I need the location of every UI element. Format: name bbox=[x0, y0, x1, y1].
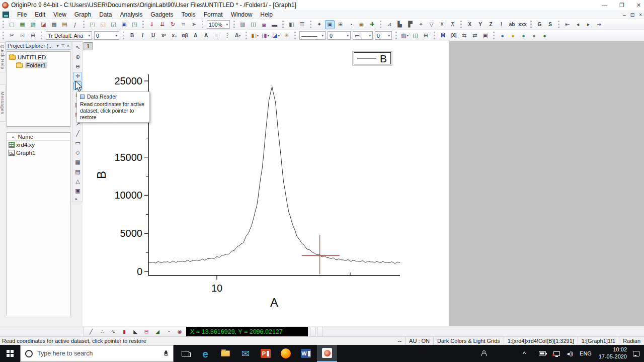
move-last-button[interactable]: ⇥ bbox=[594, 20, 604, 29]
column-plot-button[interactable]: ▮ bbox=[119, 328, 129, 336]
taskbar-app-firefox[interactable] bbox=[276, 345, 296, 362]
menu-edit[interactable]: Edit bbox=[31, 11, 49, 19]
taskbar-app-edge[interactable]: e bbox=[195, 345, 215, 362]
color-tool-2-button[interactable]: ● bbox=[508, 31, 518, 40]
refresh-button[interactable]: ◙ bbox=[259, 20, 269, 29]
start-button[interactable] bbox=[0, 345, 20, 362]
bold-button[interactable]: B bbox=[127, 31, 137, 40]
polygon-tool[interactable]: △ bbox=[73, 177, 82, 186]
scale-s-button[interactable]: S bbox=[545, 20, 555, 29]
flash-button[interactable]: ✳ bbox=[282, 31, 291, 40]
underline-button[interactable]: U bbox=[148, 31, 158, 40]
taskbar-app-powerpoint[interactable]: P bbox=[256, 345, 276, 362]
search-input[interactable] bbox=[37, 350, 138, 357]
highlight-color-button[interactable]: ◨▾ bbox=[261, 31, 270, 40]
open-template-button[interactable]: ◱ bbox=[98, 20, 108, 29]
tree-item-untitled[interactable]: UNTITLED bbox=[7, 53, 70, 61]
align-button[interactable]: ≡ bbox=[212, 31, 221, 40]
list-item-graph1[interactable]: Graph1 bbox=[7, 149, 70, 157]
grid-lines-button[interactable]: ⊞ bbox=[421, 31, 431, 40]
line-symbol-plot-button[interactable]: ∿ bbox=[108, 328, 118, 336]
taskbar-search[interactable] bbox=[20, 345, 174, 362]
child-restore-button[interactable]: ⊡ bbox=[630, 12, 634, 18]
paste-button[interactable]: ⊞ bbox=[28, 31, 38, 40]
tray-chevron-icon[interactable]: ^ bbox=[519, 345, 529, 362]
child-close-button[interactable]: × bbox=[639, 12, 642, 18]
print-button[interactable]: ▥ bbox=[238, 20, 248, 29]
new-worksheet-button[interactable]: ▦ bbox=[18, 20, 27, 29]
zoom-out-tool[interactable]: ⊖ bbox=[73, 62, 82, 71]
lock-button[interactable]: ▣ bbox=[480, 31, 490, 40]
new-matrix-button[interactable]: ▩ bbox=[49, 20, 59, 29]
filter-remove-button[interactable]: ⊻ bbox=[437, 20, 447, 29]
taskbar-app-file-explorer[interactable] bbox=[215, 345, 235, 362]
box-plot-button[interactable]: ⊟ bbox=[141, 328, 151, 336]
stats-column-button[interactable]: ⊿ bbox=[384, 20, 394, 29]
microphone-icon[interactable] bbox=[164, 350, 168, 357]
zoom-in-tool[interactable]: ⊕ bbox=[73, 53, 82, 61]
command-window-button[interactable]: ◔ bbox=[346, 20, 356, 29]
network-icon[interactable]: ✕ bbox=[550, 345, 562, 362]
axis-x-button[interactable]: X bbox=[465, 20, 474, 29]
new-excel-button[interactable]: ▧ bbox=[28, 20, 38, 29]
superscript-button[interactable]: x² bbox=[159, 31, 169, 40]
layout-button[interactable]: ☰ bbox=[297, 20, 307, 29]
line-color-button[interactable]: ◪▾ bbox=[271, 31, 281, 40]
zoom-level-combo[interactable]: 100%▾ bbox=[207, 20, 230, 29]
launch-apps-button[interactable]: ➤ bbox=[189, 20, 199, 29]
menu-window[interactable]: Window bbox=[227, 11, 257, 19]
menu-analysis[interactable]: Analysis bbox=[116, 11, 147, 19]
stats-row-button[interactable]: ▙ bbox=[395, 20, 405, 29]
insert-worksheet-tool[interactable]: ▤ bbox=[73, 167, 82, 176]
copy-button[interactable]: ⊡ bbox=[18, 31, 27, 40]
color-tool-3-button[interactable]: ● bbox=[519, 31, 528, 40]
list-header[interactable]: ▴ Name bbox=[7, 133, 70, 141]
menu-help[interactable]: Help bbox=[256, 11, 277, 19]
axis-mixed-button[interactable]: ! bbox=[497, 20, 506, 29]
axis-z-button[interactable]: Z bbox=[486, 20, 496, 29]
font-family-combo[interactable]: TrDefault: Aria▾ bbox=[46, 31, 92, 40]
menu-graph[interactable]: Graph bbox=[70, 11, 95, 19]
close-panel-icon[interactable]: × bbox=[67, 43, 69, 48]
pie-chart-button[interactable]: ◔ bbox=[164, 328, 174, 336]
insert-graph-tool[interactable]: ▦ bbox=[73, 158, 82, 166]
insert-object-tool[interactable]: ▣ bbox=[73, 187, 82, 195]
pointer-tool[interactable]: ↖ bbox=[73, 43, 82, 52]
scatter-plot-button[interactable]: ∴ bbox=[97, 328, 107, 336]
italic-button[interactable]: I bbox=[138, 31, 147, 40]
grid-major-button[interactable]: G bbox=[535, 20, 544, 29]
matrix-m-button[interactable]: M bbox=[438, 31, 448, 40]
cut-button[interactable]: ✂ bbox=[7, 31, 17, 40]
language-indicator[interactable]: ENG bbox=[578, 345, 594, 362]
font-shrink-button[interactable]: A bbox=[201, 31, 211, 40]
new-graph-button[interactable]: ◪ bbox=[39, 20, 48, 29]
minimize-button[interactable]: — bbox=[602, 2, 607, 8]
add-layer-button[interactable]: ✚ bbox=[367, 20, 377, 29]
label-xxx-button[interactable]: xxx bbox=[518, 20, 527, 29]
graph-plot[interactable]: 050001000015000200002500010ABB bbox=[83, 41, 449, 326]
axis-y-button[interactable]: Y bbox=[475, 20, 485, 29]
border-style-combo[interactable]: ▭▾ bbox=[353, 31, 373, 40]
font-color-button[interactable]: Δ▾ bbox=[233, 31, 243, 40]
toolbar-overflow-icon[interactable]: ▸ bbox=[75, 197, 77, 201]
menu-view[interactable]: View bbox=[49, 11, 70, 19]
pin-icon[interactable]: ⊩ bbox=[60, 44, 65, 48]
vertical-text-button[interactable]: ⋮ bbox=[222, 31, 232, 40]
restore-button[interactable]: ❐ bbox=[619, 2, 624, 9]
volume-icon[interactable]: ◄)) bbox=[562, 345, 576, 362]
child-minimize-button[interactable]: – bbox=[623, 12, 626, 18]
database-access-button[interactable]: ⌗ bbox=[179, 20, 188, 29]
new-notes-button[interactable]: ▤ bbox=[60, 20, 69, 29]
messages-log-button[interactable]: ◉ bbox=[357, 20, 366, 29]
rectangle-tool[interactable]: ▭ bbox=[73, 139, 82, 147]
reimport-button[interactable]: ↻ bbox=[168, 20, 178, 29]
menu-data[interactable]: Data bbox=[95, 11, 116, 19]
filter-reapply-button[interactable]: ⊼ bbox=[448, 20, 457, 29]
list-item-xrd4.xy[interactable]: xrd4.xy bbox=[7, 141, 70, 149]
print-preview-button[interactable]: ◫ bbox=[249, 20, 258, 29]
select-data-button[interactable]: ⌖ bbox=[416, 20, 426, 29]
menu-format[interactable]: Format bbox=[200, 11, 227, 19]
people-icon[interactable] bbox=[477, 345, 490, 362]
label-ab-button[interactable]: ab bbox=[507, 20, 517, 29]
menu-file[interactable]: File bbox=[13, 11, 31, 19]
